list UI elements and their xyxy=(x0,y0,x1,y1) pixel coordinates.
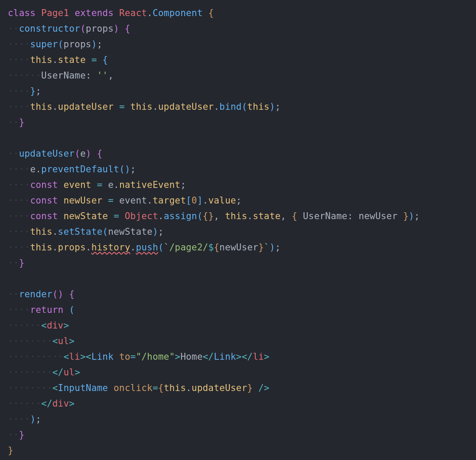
code-line: ··········<li><Link to="/home">Home</Lin… xyxy=(8,352,270,362)
code-line: ······UserName: '', xyxy=(8,70,114,81)
code-line: ··constructor(props) { xyxy=(8,23,130,34)
lint-warning: history xyxy=(91,242,130,253)
code-line: ····const newState = Object.assign({}, t… xyxy=(8,211,420,221)
code-line xyxy=(8,133,13,143)
code-line: class Page1 extends React.Component { xyxy=(8,8,214,18)
code-line: ····return ( xyxy=(8,305,75,315)
code-line: ··} xyxy=(8,117,25,128)
code-line: ··} xyxy=(8,430,25,440)
code-line: ··updateUser(e) { xyxy=(8,148,102,159)
code-line: ····this.updateUser = this.updateUser.bi… xyxy=(8,102,280,112)
code-line: ········</ul> xyxy=(8,367,80,378)
code-line: ······</div> xyxy=(8,398,75,409)
code-line: ····const event = e.nativeEvent; xyxy=(8,180,186,190)
code-line: ········<InputName onclick={this.updateU… xyxy=(8,383,270,393)
code-line: ····e.preventDefault(); xyxy=(8,164,136,174)
code-line: ····super(props); xyxy=(8,39,102,49)
code-line: } xyxy=(8,445,13,456)
code-line: ····}; xyxy=(8,86,41,96)
code-line: ··} xyxy=(8,258,25,268)
code-line: ····this.state = { xyxy=(8,55,108,65)
code-line: ········<ul> xyxy=(8,336,75,346)
code-line: ····this.props.history.push(`/page2/${ne… xyxy=(8,242,280,253)
lint-warning: push xyxy=(136,242,158,253)
code-line: ····); xyxy=(8,414,41,424)
code-editor[interactable]: class Page1 extends React.Component { ··… xyxy=(0,0,476,460)
code-line: ······<div> xyxy=(8,320,69,331)
code-line: ··render() { xyxy=(8,289,75,299)
code-line xyxy=(8,273,13,284)
code-line: ····this.setState(newState); xyxy=(8,227,164,237)
code-line: ····const newUser = event.target[0].valu… xyxy=(8,195,241,206)
